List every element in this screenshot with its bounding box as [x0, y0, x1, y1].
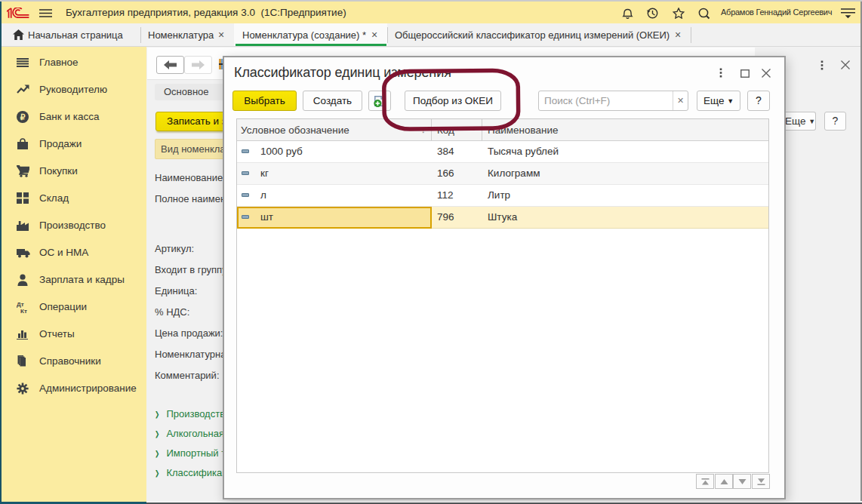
svg-text:Кт: Кт	[20, 308, 27, 314]
svg-text:₽: ₽	[20, 112, 26, 121]
